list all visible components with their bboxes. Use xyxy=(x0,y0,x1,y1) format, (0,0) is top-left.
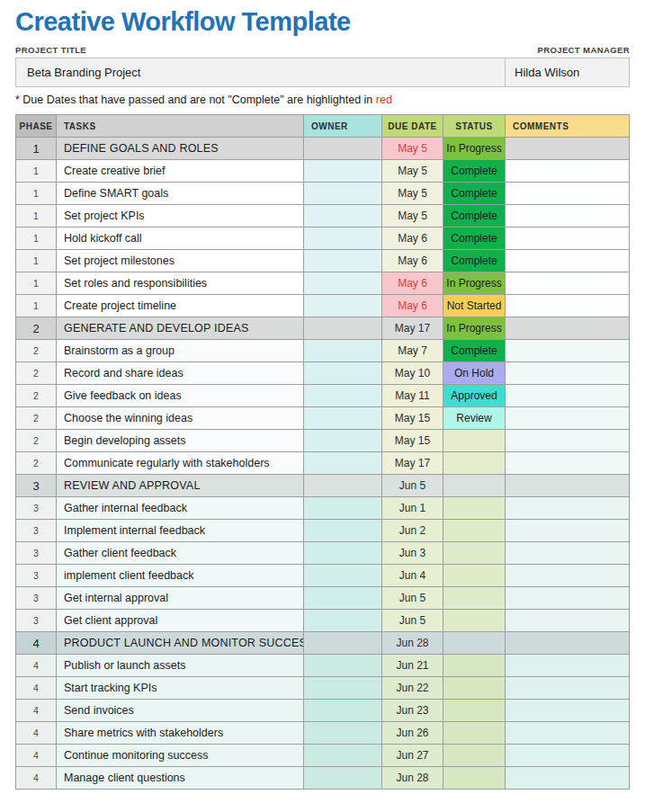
task-cell[interactable]: Hold kickoff call xyxy=(57,228,303,249)
owner-cell[interactable] xyxy=(304,745,381,766)
owner-cell[interactable] xyxy=(304,138,381,159)
owner-cell[interactable] xyxy=(304,700,381,721)
due-date-cell[interactable]: May 15 xyxy=(382,407,443,429)
phase-cell[interactable]: 2 xyxy=(16,452,56,474)
phase-cell[interactable]: 1 xyxy=(16,272,56,294)
owner-cell[interactable] xyxy=(304,317,381,339)
phase-cell[interactable]: 3 xyxy=(16,520,56,541)
due-date-cell[interactable]: Jun 1 xyxy=(382,497,443,519)
comments-cell[interactable] xyxy=(506,587,629,609)
owner-cell[interactable] xyxy=(304,632,381,654)
status-cell[interactable]: In Progress xyxy=(443,317,505,339)
due-date-cell[interactable]: May 6 xyxy=(382,228,443,249)
owner-cell[interactable] xyxy=(304,677,381,699)
comments-cell[interactable] xyxy=(506,767,629,789)
status-cell[interactable] xyxy=(443,542,505,564)
status-cell[interactable] xyxy=(443,745,505,766)
owner-cell[interactable] xyxy=(304,362,381,384)
task-cell[interactable]: Start tracking KPIs xyxy=(57,677,303,699)
phase-cell[interactable]: 4 xyxy=(16,632,56,654)
status-cell[interactable]: Not Started xyxy=(443,295,505,317)
comments-cell[interactable] xyxy=(506,745,629,766)
phase-cell[interactable]: 2 xyxy=(16,317,56,339)
comments-cell[interactable] xyxy=(506,430,629,451)
task-cell[interactable]: Choose the winning ideas xyxy=(57,407,303,429)
comments-cell[interactable] xyxy=(506,183,629,204)
status-cell[interactable]: Approved xyxy=(443,385,505,406)
owner-cell[interactable] xyxy=(304,722,381,744)
phase-cell[interactable]: 2 xyxy=(16,430,56,451)
phase-cell[interactable]: 4 xyxy=(16,655,56,676)
comments-cell[interactable] xyxy=(506,497,629,519)
task-cell[interactable]: Send invoices xyxy=(57,700,303,721)
status-cell[interactable] xyxy=(443,520,505,541)
due-date-cell[interactable]: Jun 2 xyxy=(382,520,443,541)
task-cell[interactable]: Get client approval xyxy=(57,610,303,631)
owner-cell[interactable] xyxy=(304,655,381,676)
due-date-cell[interactable]: Jun 22 xyxy=(382,677,443,699)
comments-cell[interactable] xyxy=(506,700,629,721)
phase-cell[interactable]: 1 xyxy=(16,228,56,249)
status-cell[interactable]: Complete xyxy=(443,205,505,227)
task-cell[interactable]: REVIEW AND APPROVAL xyxy=(57,475,303,496)
comments-cell[interactable] xyxy=(506,677,629,699)
due-date-cell[interactable]: May 17 xyxy=(382,317,443,339)
phase-cell[interactable]: 3 xyxy=(16,587,56,609)
task-cell[interactable]: Set project milestones xyxy=(57,250,303,272)
phase-cell[interactable]: 3 xyxy=(16,475,56,496)
due-date-cell[interactable]: Jun 21 xyxy=(382,655,443,676)
owner-cell[interactable] xyxy=(304,385,381,406)
owner-cell[interactable] xyxy=(304,160,381,182)
phase-cell[interactable]: 1 xyxy=(16,205,56,227)
comments-cell[interactable] xyxy=(506,228,629,249)
due-date-cell[interactable]: Jun 5 xyxy=(382,587,443,609)
phase-cell[interactable]: 1 xyxy=(16,250,56,272)
due-date-cell[interactable]: May 5 xyxy=(382,205,443,227)
comments-cell[interactable] xyxy=(506,317,629,339)
status-cell[interactable]: Complete xyxy=(443,250,505,272)
task-cell[interactable]: Communicate regularly with stakeholders xyxy=(57,452,303,474)
due-date-cell[interactable]: May 5 xyxy=(382,160,443,182)
status-cell[interactable] xyxy=(443,587,505,609)
due-date-cell[interactable]: Jun 28 xyxy=(382,632,443,654)
status-cell[interactable]: In Progress xyxy=(443,138,505,159)
project-title-field[interactable]: Beta Branding Project xyxy=(16,58,506,86)
status-cell[interactable] xyxy=(443,610,505,631)
task-cell[interactable]: Create project timeline xyxy=(57,295,303,317)
phase-cell[interactable]: 1 xyxy=(16,183,56,204)
phase-cell[interactable]: 3 xyxy=(16,542,56,564)
task-cell[interactable]: Brainstorm as a group xyxy=(57,340,303,361)
due-date-cell[interactable]: Jun 3 xyxy=(382,542,443,564)
phase-cell[interactable]: 2 xyxy=(16,362,56,384)
task-cell[interactable]: Get internal approval xyxy=(57,587,303,609)
due-date-cell[interactable]: May 15 xyxy=(382,430,443,451)
due-date-cell[interactable]: Jun 28 xyxy=(382,767,443,789)
due-date-cell[interactable]: May 6 xyxy=(382,272,443,294)
owner-cell[interactable] xyxy=(304,520,381,541)
comments-cell[interactable] xyxy=(506,565,629,586)
phase-cell[interactable]: 3 xyxy=(16,497,56,519)
status-cell[interactable] xyxy=(443,497,505,519)
task-cell[interactable]: Implement internal feedback xyxy=(57,520,303,541)
phase-cell[interactable]: 4 xyxy=(16,677,56,699)
due-date-cell[interactable]: May 11 xyxy=(382,385,443,406)
task-cell[interactable]: Gather client feedback xyxy=(57,542,303,564)
phase-cell[interactable]: 1 xyxy=(16,160,56,182)
owner-cell[interactable] xyxy=(304,610,381,631)
owner-cell[interactable] xyxy=(304,228,381,249)
owner-cell[interactable] xyxy=(304,587,381,609)
comments-cell[interactable] xyxy=(506,295,629,317)
owner-cell[interactable] xyxy=(304,452,381,474)
owner-cell[interactable] xyxy=(304,205,381,227)
due-date-cell[interactable]: May 6 xyxy=(382,295,443,317)
phase-cell[interactable]: 4 xyxy=(16,722,56,744)
due-date-cell[interactable]: Jun 4 xyxy=(382,565,443,586)
status-cell[interactable]: Complete xyxy=(443,183,505,204)
due-date-cell[interactable]: Jun 5 xyxy=(382,475,443,496)
owner-cell[interactable] xyxy=(304,565,381,586)
status-cell[interactable] xyxy=(443,632,505,654)
comments-cell[interactable] xyxy=(506,250,629,272)
phase-cell[interactable]: 4 xyxy=(16,767,56,789)
task-cell[interactable]: PRODUCT LAUNCH AND MONITOR SUCCESS xyxy=(57,632,303,654)
owner-cell[interactable] xyxy=(304,497,381,519)
